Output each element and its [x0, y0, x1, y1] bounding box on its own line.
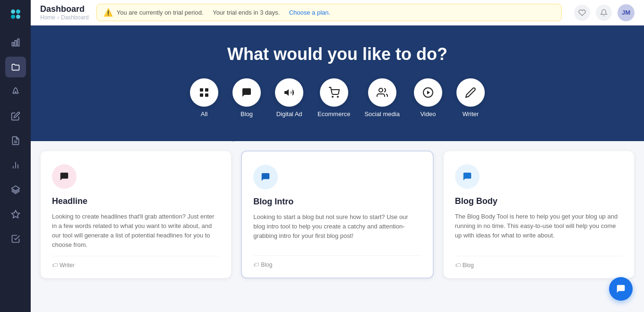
svg-point-3 [16, 15, 20, 19]
notifications-button[interactable] [596, 5, 612, 21]
card-headline-icon [52, 164, 77, 189]
card-blog-intro-icon [253, 165, 278, 189]
hero-banner: What would you like to do? All [31, 25, 644, 141]
tag-label: Writer [60, 262, 75, 269]
sidebar-item-doc2[interactable] [5, 228, 26, 249]
sidebar-item-document[interactable] [5, 130, 26, 151]
sidebar-item-layers[interactable] [5, 179, 26, 200]
category-video[interactable]: Video [414, 78, 442, 118]
svg-rect-16 [205, 88, 208, 92]
hero-title: What would you like to do? [40, 44, 635, 64]
breadcrumb-separator: › [57, 14, 59, 21]
tag-icon: 🏷 [253, 261, 259, 268]
tag-label: Blog [261, 261, 272, 268]
page-header: Dashboard Home › Dashboard ⚠️ You are cu… [31, 0, 644, 25]
user-avatar-button[interactable]: JM [618, 4, 635, 21]
card-blog-intro-footer: 🏷 Blog [253, 255, 421, 268]
category-video-icon [414, 78, 442, 107]
svg-rect-17 [200, 93, 203, 97]
sidebar-item-chart[interactable] [5, 155, 26, 176]
category-social-media-icon [368, 78, 396, 107]
page-content: What would you like to do? All [31, 25, 644, 312]
svg-rect-6 [17, 39, 19, 46]
category-ecommerce[interactable]: Ecommerce [318, 78, 350, 118]
svg-point-20 [332, 96, 333, 97]
svg-point-7 [15, 92, 16, 93]
sidebar-item-analytics[interactable] [5, 32, 26, 53]
app-logo[interactable] [6, 5, 25, 24]
breadcrumb: Home › Dashboard [40, 14, 89, 21]
svg-point-22 [379, 88, 383, 92]
page-title: Dashboard [40, 4, 89, 14]
trial-message-start: You are currently on trial period. [117, 9, 204, 16]
header-actions: JM [574, 4, 635, 21]
svg-rect-18 [205, 93, 208, 97]
svg-marker-24 [427, 91, 430, 94]
category-blog[interactable]: Blog [232, 78, 261, 118]
svg-marker-14 [11, 211, 19, 218]
favorites-button[interactable] [574, 5, 590, 21]
svg-point-1 [16, 9, 20, 14]
category-ecommerce-icon [320, 78, 348, 107]
card-blog-body-tag: 🏷 Blog [455, 262, 474, 269]
card-headline-desc: Looking to create headlines that'll grab… [52, 212, 220, 250]
breadcrumb-home[interactable]: Home [40, 14, 55, 21]
sidebar-item-edit[interactable] [5, 106, 26, 126]
svg-point-2 [11, 15, 15, 19]
trial-message-end: Your trial ends in 3 days. [213, 9, 280, 16]
card-blog-intro[interactable]: Blog Intro Looking to start a blog but n… [241, 151, 433, 278]
card-headline-footer: 🏷 Writer [52, 256, 220, 269]
category-digital-ad[interactable]: Digital Ad [275, 78, 303, 118]
trial-banner: ⚠️ You are currently on trial period. Yo… [96, 4, 562, 21]
sidebar-item-rocket[interactable] [5, 81, 26, 102]
category-row: All Blog [40, 78, 635, 118]
category-writer[interactable]: Writer [456, 78, 485, 118]
card-blog-intro-tag: 🏷 Blog [253, 261, 272, 268]
category-all[interactable]: All [190, 78, 218, 118]
main-content: Dashboard Home › Dashboard ⚠️ You are cu… [31, 0, 644, 312]
tag-icon: 🏷 [52, 262, 58, 269]
header-title-area: Dashboard Home › Dashboard [40, 4, 89, 21]
breadcrumb-current: Dashboard [61, 14, 89, 21]
card-blog-intro-desc: Looking to start a blog but not sure how… [253, 212, 421, 250]
category-all-icon [190, 78, 218, 107]
sidebar [0, 0, 31, 312]
chat-fab-button[interactable] [609, 277, 633, 301]
card-blog-body[interactable]: Blog Body The Blog Body Tool is here to … [443, 151, 635, 278]
warning-icon: ⚠️ [103, 8, 113, 17]
category-digital-ad-icon [275, 78, 303, 107]
tag-label: Blog [463, 262, 474, 269]
category-blog-icon [232, 78, 261, 107]
card-headline-title: Headline [52, 196, 220, 206]
category-ecommerce-label: Ecommerce [318, 110, 350, 118]
svg-marker-19 [284, 89, 289, 96]
category-social-media[interactable]: Social media [364, 78, 399, 118]
tag-icon: 🏷 [455, 262, 461, 269]
card-headline-tag: 🏷 Writer [52, 262, 75, 269]
card-blog-body-footer: 🏷 Blog [455, 256, 623, 269]
cards-section: Headline Looking to create headlines tha… [31, 141, 644, 288]
category-video-label: Video [420, 110, 436, 118]
svg-rect-5 [15, 41, 16, 46]
category-digital-ad-label: Digital Ad [276, 110, 302, 118]
card-blog-intro-title: Blog Intro [253, 197, 421, 207]
svg-point-0 [11, 9, 15, 14]
category-writer-icon [456, 78, 485, 107]
hero-pointer [227, 135, 240, 142]
choose-plan-link[interactable]: Choose a plan. [289, 9, 330, 16]
category-social-media-label: Social media [364, 110, 399, 118]
card-blog-body-desc: The Blog Body Tool is here to help you g… [455, 212, 623, 250]
card-blog-body-title: Blog Body [455, 196, 623, 206]
category-all-label: All [201, 110, 207, 118]
sidebar-item-star[interactable] [5, 204, 26, 225]
sidebar-item-folder[interactable] [5, 57, 26, 77]
svg-point-21 [337, 96, 338, 97]
category-blog-label: Blog [240, 110, 253, 118]
card-blog-body-icon [455, 164, 480, 189]
svg-rect-15 [200, 88, 203, 92]
svg-rect-4 [12, 42, 13, 46]
card-headline[interactable]: Headline Looking to create headlines tha… [40, 151, 232, 278]
category-writer-label: Writer [463, 110, 479, 118]
